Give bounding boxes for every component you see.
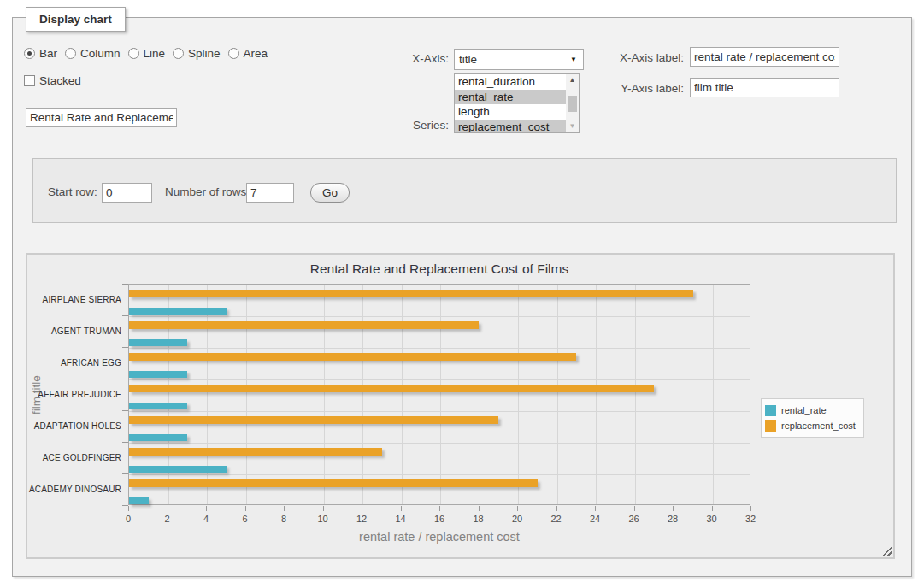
y-tick (122, 315, 128, 316)
chart-type-option-label: Column (80, 47, 121, 60)
chart-title-input[interactable] (26, 108, 177, 127)
x-tick (323, 506, 324, 511)
chevron-down-icon: ▼ (570, 50, 577, 69)
y-axis-label-label: Y-Axis label: (598, 82, 684, 95)
gridline (324, 285, 325, 504)
chart-type-option-bar[interactable]: Bar (24, 47, 57, 60)
gridline (129, 316, 750, 317)
y-axis-label-input[interactable] (690, 78, 839, 97)
resize-handle-icon[interactable] (882, 546, 892, 556)
x-tick (634, 506, 635, 511)
x-tick (362, 506, 362, 511)
rows-panel: Start row: Number of rows: Go (32, 158, 897, 223)
gridline (129, 443, 750, 444)
series-option-replacement_cost[interactable]: replacement_cost (455, 120, 566, 134)
x-tick-label: 12 (349, 514, 374, 524)
start-row-label: Start row: (48, 185, 97, 198)
y-tick (122, 410, 128, 411)
series-multiselect[interactable]: rental_durationrental_ratelengthreplacem… (454, 73, 580, 133)
chart-type-option-label: Line (144, 47, 166, 60)
chart-type-option-column[interactable]: Column (65, 47, 121, 60)
chart-type-radio-group: BarColumnLineSplineArea (24, 47, 275, 60)
legend-swatch (765, 405, 776, 416)
legend-item: rental_rate (765, 403, 856, 418)
bar-replacement_cost (129, 385, 654, 392)
go-button[interactable]: Go (310, 183, 350, 203)
gridline (596, 285, 597, 504)
category-label: ADAPTATION HOLES (27, 422, 121, 431)
x-tick-label: 14 (388, 514, 414, 524)
category-label: AFFAIR PREJUDICE (27, 391, 121, 399)
category-label: AIRPLANE SIERRA (27, 296, 121, 304)
scrollbar-thumb[interactable] (568, 96, 577, 112)
x-axis-select-label: X-Axis: (389, 52, 449, 65)
gridline (129, 348, 750, 349)
x-tick-label: 20 (504, 514, 530, 524)
x-tick-label: 22 (544, 514, 569, 524)
x-axis-selected-value: title (459, 53, 477, 66)
series-option-length[interactable]: length (455, 104, 566, 120)
series-option-rental_duration[interactable]: rental_duration (455, 74, 566, 90)
x-tick (168, 506, 168, 511)
stacked-checkbox-icon[interactable] (24, 75, 35, 86)
stacked-option[interactable]: Stacked (24, 74, 81, 87)
bar-rental_rate (129, 403, 187, 409)
x-tick (673, 506, 674, 511)
x-tick (712, 506, 713, 511)
chart-type-option-spline[interactable]: Spline (173, 47, 221, 60)
x-tick (595, 506, 596, 511)
bar-replacement_cost (129, 290, 693, 297)
x-tick (556, 506, 557, 511)
x-tick (750, 506, 751, 511)
x-tick (401, 506, 402, 511)
gridline (713, 285, 714, 504)
radio-icon (128, 48, 139, 59)
chart-type-option-label: Bar (39, 47, 57, 60)
bar-rental_rate (129, 497, 149, 504)
y-tick (122, 442, 128, 443)
x-tick-label: 2 (155, 514, 180, 524)
bar-replacement_cost (129, 321, 479, 329)
x-tick (206, 506, 207, 511)
y-tick (122, 284, 128, 285)
bar-rental_rate (129, 308, 227, 315)
legend-label: replacement_cost (781, 420, 856, 431)
scroll-down-icon[interactable]: ▼ (566, 121, 579, 132)
chart-legend: rental_ratereplacement_cost (761, 398, 864, 438)
x-tick-label: 18 (466, 514, 491, 524)
legend-item: replacement_cost (765, 418, 856, 433)
gridline (635, 285, 636, 504)
category-label: AFRICAN EGG (27, 359, 121, 367)
x-tick (439, 506, 440, 511)
x-tick-label: 32 (738, 514, 763, 524)
gridline (129, 379, 750, 380)
x-tick (128, 506, 129, 511)
gridline (674, 285, 674, 504)
category-label: AGENT TRUMAN (27, 327, 121, 336)
y-tick (122, 379, 128, 379)
x-axis-select[interactable]: title ▼ (454, 49, 584, 70)
x-axis-label-input[interactable] (690, 47, 839, 67)
bar-replacement_cost (129, 353, 576, 361)
number-of-rows-input[interactable] (246, 183, 294, 203)
x-tick-label: 4 (193, 514, 219, 524)
chart-type-option-area[interactable]: Area (228, 47, 268, 60)
legend-swatch (765, 420, 776, 432)
number-of-rows-label: Number of rows: (165, 185, 250, 198)
bar-replacement_cost (129, 479, 538, 487)
x-tick-label: 10 (310, 514, 336, 524)
x-tick (245, 506, 246, 511)
series-options: rental_durationrental_ratelengthreplacem… (455, 74, 579, 133)
gridline (518, 285, 519, 504)
gridline (246, 285, 247, 504)
y-tick (122, 505, 128, 506)
scroll-up-icon[interactable]: ▲ (566, 74, 579, 86)
gridline (129, 411, 750, 412)
radio-icon (228, 48, 239, 59)
radio-icon (65, 48, 76, 59)
y-tick (122, 473, 128, 474)
series-option-rental_rate[interactable]: rental_rate (455, 90, 566, 105)
scrollbar[interactable]: ▲ ▼ (566, 74, 579, 132)
start-row-input[interactable] (102, 183, 152, 203)
chart-type-option-line[interactable]: Line (128, 47, 166, 60)
